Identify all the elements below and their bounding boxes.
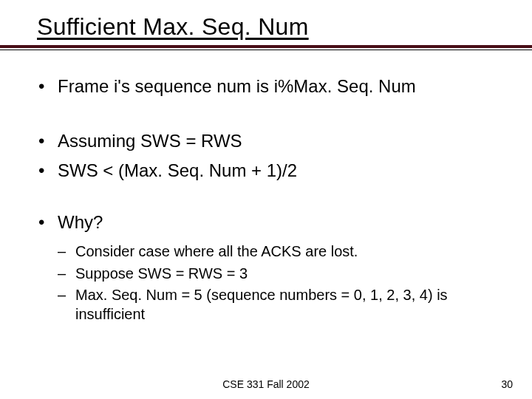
bullet-list: Why? Consider case where all the ACKS ar…	[37, 211, 511, 324]
slide-title: Sufficient Max. Seq. Num	[37, 13, 511, 41]
footer-course: CSE 331 Fall 2002	[222, 378, 310, 390]
bullet-item: SWS < (Max. Seq. Num + 1)/2	[37, 160, 511, 182]
bullet-item: Why? Consider case where all the ACKS ar…	[37, 211, 511, 324]
slide-body: Frame i's sequence num is i%Max. Seq. Nu…	[37, 75, 511, 324]
sub-bullet-item: Max. Seq. Num = 5 (sequence numbers = 0,…	[58, 286, 511, 324]
page-number: 30	[501, 378, 513, 390]
bullet-list: Assuming SWS = RWS SWS < (Max. Seq. Num …	[37, 130, 511, 182]
sub-bullet-item: Consider case where all the ACKS are los…	[58, 242, 511, 262]
sub-bullet-item: Suppose SWS = RWS = 3	[58, 265, 511, 284]
sub-bullet-list: Consider case where all the ACKS are los…	[58, 242, 511, 324]
divider-accent	[0, 45, 532, 48]
bullet-list: Frame i's sequence num is i%Max. Seq. Nu…	[37, 75, 511, 98]
divider-thin	[0, 50, 532, 50]
bullet-item: Assuming SWS = RWS	[37, 130, 511, 152]
bullet-text: Why?	[58, 212, 103, 232]
bullet-item: Frame i's sequence num is i%Max. Seq. Nu…	[37, 75, 511, 98]
